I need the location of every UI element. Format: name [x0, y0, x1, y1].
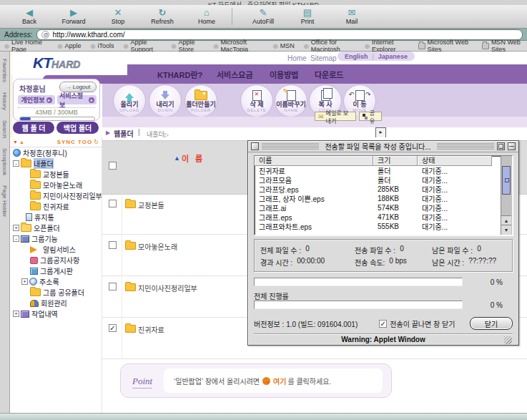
tree-item[interactable]: 모아놓은노래: [10, 180, 102, 190]
action-delete-button[interactable]: 삭 제DELETE: [240, 84, 273, 117]
tree-expander[interactable]: -: [13, 235, 19, 242]
favorite-item[interactable]: ◎Microsoft MacTopia: [213, 39, 263, 53]
close-when-done-checkbox[interactable]: ✓: [379, 320, 387, 328]
lang-english[interactable]: English: [345, 53, 368, 60]
action-rename-button[interactable]: 이름바꾸기NAME: [275, 84, 307, 117]
sitemap-link[interactable]: Sitemap: [310, 54, 337, 62]
tree-item[interactable]: +주소록: [10, 276, 102, 287]
favorite-item[interactable]: ◎Internet Explorer: [365, 39, 409, 53]
scroll-up-icon[interactable]: ▲: [501, 215, 511, 225]
tree-item[interactable]: 지민이사진정리일부: [10, 190, 102, 201]
popout-button[interactable]: ▸: [375, 127, 386, 138]
dialog-titlebar[interactable]: 전송할 파일 목록을 작성 중입니다...: [248, 141, 518, 152]
action-new-folder-button[interactable]: 폴더만들기FOLDER: [184, 84, 217, 117]
row-checkbox[interactable]: [109, 200, 117, 207]
send-mail-button[interactable]: ✉ 메일로 보내기: [315, 112, 356, 121]
nav-item[interactable]: 서비스요금: [217, 69, 253, 80]
service-info-button[interactable]: 서비스정보: [57, 95, 97, 104]
tree-item[interactable]: 회원관리: [10, 298, 102, 308]
action-download-button[interactable]: 내리기DOWN: [149, 84, 182, 117]
favorite-item[interactable]: ◎MSN: [273, 42, 295, 49]
favorite-item[interactable]: ◎Office for Macintosh: [304, 39, 355, 53]
toolbar-refresh-button[interactable]: ↻Refresh: [140, 8, 184, 25]
row-checkbox[interactable]: ✓: [109, 324, 117, 332]
stat-value: 0: [477, 245, 481, 255]
favorite-item[interactable]: ◎Apple: [58, 42, 82, 49]
column-header[interactable]: 상태: [418, 156, 492, 166]
resize-grip[interactable]: [504, 336, 512, 344]
backup-folder-button[interactable]: 백업 폴더: [56, 122, 99, 134]
toolbar-mail-button[interactable]: ✉Mail: [330, 8, 374, 25]
tree-item[interactable]: 그룹 공유폴더: [10, 287, 102, 298]
zoom-box-icon[interactable]: [497, 142, 505, 150]
close-when-done-option[interactable]: ✓ 전송이 끝나면 창 닫기: [379, 318, 455, 329]
tree-expander[interactable]: +: [13, 311, 19, 317]
tree-item[interactable]: 그룹게시판: [10, 265, 102, 276]
row-checkbox[interactable]: [109, 283, 117, 290]
collapse-icon[interactable]: ▼: [13, 140, 18, 145]
tree-expander[interactable]: +: [21, 278, 28, 285]
row-checkbox[interactable]: [109, 241, 117, 249]
tree-expander[interactable]: +: [13, 225, 19, 231]
action-label-ko: 복 사: [318, 101, 332, 108]
favorite-item[interactable]: ◎Live Home Page: [4, 39, 49, 53]
sort-by-name[interactable]: ▲ 이 름: [174, 152, 205, 164]
toolbar-autofill-button[interactable]: ✎AutoFill: [241, 8, 285, 25]
explorer-tab-history[interactable]: History: [1, 92, 8, 110]
scrollbar[interactable]: ▲ ▼: [501, 156, 512, 235]
tree-item[interactable]: 차정훈(정후니): [10, 147, 102, 158]
toolbar-back-button[interactable]: ◀Back: [7, 8, 51, 25]
explorer-tab-search[interactable]: Search: [1, 120, 8, 138]
folder-icon: [125, 325, 136, 333]
tree-item[interactable]: 진귀자료: [10, 201, 102, 212]
favorite-item[interactable]: ◎Apple Store: [172, 39, 205, 53]
toolbar-home-button[interactable]: ⌂Home: [184, 8, 229, 25]
expand-icon[interactable]: ▲: [19, 140, 24, 145]
home-link[interactable]: Home: [287, 54, 307, 62]
tree-item[interactable]: -그룹기능: [10, 233, 102, 244]
nav-item[interactable]: 이용방법: [270, 69, 298, 80]
quota-progressbar: [19, 117, 95, 121]
column-header[interactable]: 이름: [255, 156, 373, 166]
toolbar-stop-button[interactable]: ✕Stop: [96, 8, 140, 25]
tree-item[interactable]: -내폴더: [10, 158, 102, 169]
favorite-item[interactable]: MSN Web Sites: [482, 39, 527, 53]
tree-item[interactable]: 교정본들: [10, 169, 102, 180]
favorite-item[interactable]: ◎iTools: [91, 42, 114, 49]
point-here-link[interactable]: 여기: [273, 376, 286, 386]
close-button[interactable]: 닫기: [470, 317, 513, 330]
scroll-down-icon[interactable]: ▼: [501, 225, 511, 235]
share-button[interactable]: 공유: [359, 112, 382, 121]
favorite-item[interactable]: Microsoft Web Sites: [418, 39, 473, 53]
toolbar-print-button[interactable]: ▤Print: [285, 8, 330, 25]
scrollbar-thumb[interactable]: [502, 166, 511, 195]
explorer-tab-scrapbook[interactable]: Scrapbook: [1, 148, 8, 175]
collapse-box-icon[interactable]: [508, 142, 516, 150]
explorer-tab-favorites[interactable]: Favorites: [1, 59, 8, 82]
page-icon: ◎: [273, 43, 278, 49]
tree-item[interactable]: 알림서비스: [10, 244, 102, 255]
site-logo[interactable]: KTHARD: [33, 54, 80, 72]
explorer-tab-page-holder[interactable]: Page Holder: [1, 185, 8, 217]
tree-expander[interactable]: -: [13, 160, 19, 167]
tree-item[interactable]: +작업내역: [10, 308, 102, 319]
lang-japanese[interactable]: Japanese: [378, 53, 408, 60]
web-folder-button[interactable]: 웹 폴 더: [13, 122, 54, 134]
sync-refresh-icon[interactable]: ↻: [94, 139, 99, 145]
nav-item[interactable]: 다운로드: [315, 69, 343, 80]
stat-label: 전송 속도:: [355, 257, 385, 268]
action-upload-button[interactable]: 올리기UPLOAD: [113, 84, 146, 117]
tree-item[interactable]: +오픈폴더: [10, 223, 102, 233]
select-all-checkbox[interactable]: [109, 162, 117, 170]
toolbar-forward-button[interactable]: ▶Forward: [51, 8, 96, 25]
file-size: 574KB: [373, 204, 418, 212]
column-header[interactable]: 크기: [373, 156, 418, 166]
close-box-icon[interactable]: [251, 142, 259, 150]
personal-info-button[interactable]: 개인정보: [18, 95, 55, 104]
tree-item[interactable]: 그룹공지사항: [10, 255, 102, 265]
favorite-item[interactable]: ◎Apple Support: [124, 39, 162, 53]
nav-item[interactable]: KTHARD란?: [157, 69, 202, 80]
transfer-file-row[interactable]: 그래프와차트.eps555KB대기중...: [255, 222, 512, 231]
toolbar-button-label: Back: [22, 18, 36, 25]
tree-item[interactable]: 휴지통: [10, 212, 102, 223]
